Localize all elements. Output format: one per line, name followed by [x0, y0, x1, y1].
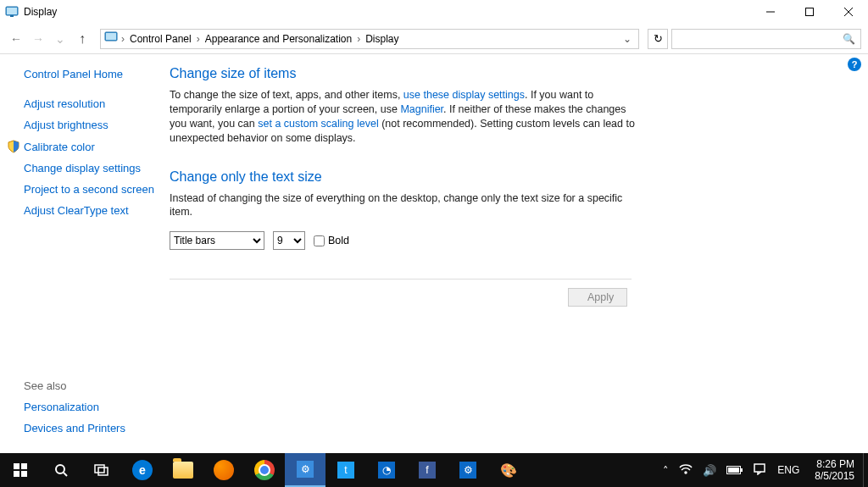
search-input[interactable]: 🔍 [671, 29, 861, 49]
link-custom-scaling[interactable]: set a custom scaling level [258, 118, 378, 130]
close-button[interactable] [829, 0, 868, 24]
maximize-button[interactable] [790, 0, 829, 24]
taskbar-app-generic1[interactable]: ◔ [366, 453, 407, 487]
taskbar-app-twitter[interactable]: t [326, 453, 366, 487]
shield-icon [7, 140, 20, 153]
svg-rect-15 [95, 465, 104, 473]
minimize-button[interactable] [751, 0, 790, 24]
firefox-icon [214, 460, 234, 480]
svg-point-17 [685, 472, 687, 473]
taskbar: e ⚙ t ◔ f ⚙ 🎨 ˄ 🔊 ENG 8:26 PM 8/5/2015 [0, 453, 868, 487]
tray-chevron-icon[interactable]: ˄ [658, 464, 674, 477]
refresh-button[interactable]: ↻ [648, 29, 668, 49]
action-center-icon[interactable] [748, 463, 771, 478]
taskbar-app-paint[interactable]: 🎨 [488, 453, 529, 487]
clock[interactable]: 8:26 PM 8/5/2015 [806, 458, 863, 483]
breadcrumb-item[interactable]: Control Panel [128, 33, 193, 45]
start-button[interactable] [0, 453, 41, 487]
size-select[interactable]: 9 [273, 231, 305, 250]
heading-change-size-items: Change size of items [170, 66, 636, 81]
app-icon [5, 5, 19, 19]
taskbar-app-facebook[interactable]: f [407, 453, 448, 487]
divider [170, 279, 632, 279]
svg-rect-21 [754, 464, 765, 472]
taskbar-app-firefox[interactable] [203, 453, 244, 487]
address-dropdown[interactable]: ⌄ [620, 33, 635, 45]
task-view-button[interactable] [81, 453, 122, 487]
item-select[interactable]: Title bars [170, 231, 264, 250]
address-icon [104, 30, 118, 47]
back-button[interactable]: ← [7, 30, 25, 48]
clock-time: 8:26 PM [815, 458, 854, 470]
sidebar-link-calibrate-color[interactable]: Calibrate color [24, 140, 170, 153]
address-bar[interactable]: › Control Panel › Appearance and Persona… [100, 29, 639, 49]
bold-checkbox-input[interactable] [314, 235, 325, 246]
sidebar-link-label: Calibrate color [24, 141, 95, 153]
sidebar: Control Panel Home Adjust resolution Adj… [0, 54, 170, 453]
svg-rect-19 [741, 468, 743, 472]
up-button[interactable]: ↑ [73, 30, 92, 48]
chevron-right-icon: › [195, 33, 202, 45]
svg-rect-20 [728, 468, 739, 473]
recent-dropdown[interactable]: ⌄ [51, 30, 70, 48]
app-icon: ◔ [378, 462, 395, 479]
chrome-icon [254, 460, 275, 480]
language-indicator[interactable]: ENG [771, 464, 806, 476]
svg-rect-8 [106, 33, 116, 40]
svg-rect-16 [98, 468, 108, 475]
see-also-devices-printers[interactable]: Devices and Printers [24, 422, 125, 434]
main-content: ? Change size of items To change the siz… [170, 54, 868, 453]
svg-rect-10 [21, 463, 27, 469]
show-desktop-button[interactable] [863, 453, 868, 487]
taskbar-app-chrome[interactable] [244, 453, 285, 487]
link-display-settings[interactable]: use these display settings [403, 89, 525, 101]
sidebar-link-change-display-settings[interactable]: Change display settings [24, 162, 170, 174]
link-magnifier[interactable]: Magnifier [400, 103, 443, 115]
svg-rect-12 [21, 471, 27, 477]
control-panel-icon: ⚙ [297, 461, 314, 478]
see-also-header: See also [24, 379, 125, 392]
taskbar-app-settings[interactable]: ⚙ [448, 453, 488, 487]
breadcrumb-item[interactable]: Display [364, 33, 400, 45]
search-button[interactable] [41, 453, 81, 487]
clock-date: 8/5/2015 [815, 470, 854, 482]
volume-icon[interactable]: 🔊 [698, 464, 721, 477]
paragraph-text-size: Instead of changing the size of everythi… [170, 191, 636, 220]
help-icon[interactable]: ? [848, 58, 861, 71]
battery-icon[interactable] [721, 464, 748, 477]
title-bar: Display [0, 0, 868, 24]
text: To change the size of text, apps, and ot… [170, 89, 403, 101]
sidebar-link-project-second-screen[interactable]: Project to a second screen [24, 183, 170, 196]
sidebar-link-adjust-resolution[interactable]: Adjust resolution [24, 97, 170, 110]
svg-rect-2 [10, 15, 14, 17]
sidebar-link-adjust-brightness[interactable]: Adjust brightness [24, 119, 170, 131]
bold-checkbox[interactable]: Bold [314, 235, 349, 246]
paragraph-size-items: To change the size of text, apps, and ot… [170, 88, 636, 146]
svg-line-14 [64, 473, 67, 476]
wifi-icon[interactable] [674, 464, 698, 477]
taskbar-app-control-panel[interactable]: ⚙ [285, 453, 326, 487]
breadcrumb-item[interactable]: Appearance and Personalization [203, 33, 353, 45]
paint-icon: 🎨 [500, 462, 517, 479]
folder-icon [173, 462, 193, 479]
see-also-section: See also Personalization Devices and Pri… [24, 379, 125, 443]
taskbar-app-explorer[interactable] [163, 453, 203, 487]
forward-button[interactable]: → [29, 30, 47, 48]
svg-point-13 [56, 465, 64, 473]
facebook-icon: f [419, 462, 436, 479]
see-also-personalization[interactable]: Personalization [24, 401, 125, 413]
chevron-right-icon: › [120, 33, 126, 45]
taskbar-app-edge[interactable]: e [122, 453, 163, 487]
window-title: Display [24, 6, 751, 18]
svg-rect-9 [14, 463, 19, 469]
svg-rect-4 [806, 8, 814, 15]
svg-rect-1 [7, 8, 17, 14]
search-icon: 🔍 [843, 33, 855, 45]
control-panel-home-link[interactable]: Control Panel Home [24, 68, 170, 80]
edge-icon: e [132, 460, 153, 480]
sidebar-link-adjust-cleartype[interactable]: Adjust ClearType text [24, 204, 170, 217]
apply-button[interactable]: Apply [568, 288, 627, 307]
svg-rect-11 [14, 471, 19, 477]
bold-label: Bold [328, 235, 349, 246]
nav-bar: ← → ⌄ ↑ › Control Panel › Appearance and… [0, 24, 868, 54]
